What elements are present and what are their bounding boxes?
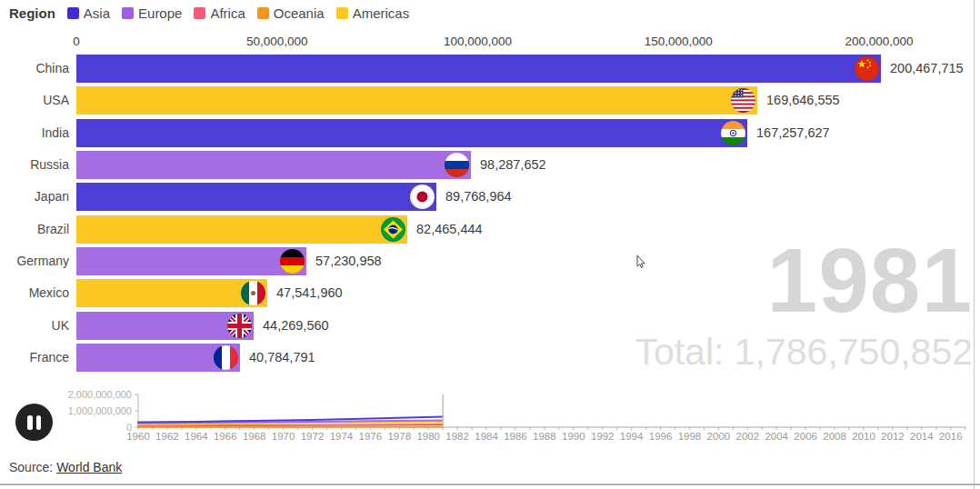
legend-items: AsiaEuropeAfricaOceaniaAmericas bbox=[67, 5, 409, 21]
legend-label: Asia bbox=[84, 5, 110, 21]
timeline-year-label: 1994 bbox=[620, 431, 644, 442]
x-axis-tick: 0 bbox=[73, 35, 80, 48]
country-label-mexico: Mexico bbox=[0, 279, 69, 307]
bar-russia bbox=[76, 151, 471, 179]
timeline-year-label: 1960 bbox=[126, 431, 150, 442]
timeline-chart[interactable]: 2,000,000,0001,000,000,00001960196219641… bbox=[0, 389, 980, 447]
timeline-year-label: 1972 bbox=[301, 431, 325, 442]
legend-label: Europe bbox=[138, 5, 182, 21]
timeline-year-label: 2010 bbox=[852, 431, 875, 442]
year-overlay: 1981 Total: 1,786,750,852 bbox=[635, 235, 973, 374]
value-label-russia: 98,287,652 bbox=[480, 151, 546, 179]
value-label-usa: 169,646,555 bbox=[766, 86, 840, 115]
timeline-year-label: 1962 bbox=[155, 431, 179, 442]
right-border bbox=[974, 0, 975, 489]
flag-icon-japan bbox=[410, 185, 435, 209]
timeline-year-label: 2004 bbox=[765, 431, 788, 442]
timeline-year-label: 1978 bbox=[387, 431, 411, 442]
country-label-usa: USA bbox=[0, 86, 69, 115]
timeline-year-label: 2012 bbox=[881, 431, 905, 442]
bar-china bbox=[76, 55, 881, 83]
country-label-japan: Japan bbox=[0, 183, 69, 211]
x-axis-tick: 150,000,000 bbox=[645, 35, 713, 48]
country-label-france: France bbox=[0, 344, 69, 372]
timeline-year-label: 1992 bbox=[591, 431, 615, 442]
current-year: 1981 bbox=[635, 235, 973, 325]
value-label-brazil: 82,465,444 bbox=[416, 215, 483, 244]
legend-label: Oceania bbox=[274, 5, 325, 21]
value-label-mexico: 47,541,960 bbox=[276, 279, 343, 307]
timeline-year-label: 1964 bbox=[185, 431, 208, 442]
timeline-year-label: 2014 bbox=[910, 431, 934, 442]
timeline-year-label: 2008 bbox=[823, 431, 846, 442]
total-value: 1,786,750,852 bbox=[735, 331, 973, 373]
value-label-india: 167,257,627 bbox=[756, 119, 830, 147]
value-label-uk: 44,269,560 bbox=[263, 312, 329, 340]
flag-icon-usa bbox=[731, 88, 755, 113]
country-label-germany: Germany bbox=[0, 247, 69, 275]
timeline-year-label: 1968 bbox=[243, 431, 266, 442]
bottom-border bbox=[0, 484, 980, 485]
country-label-russia: Russia bbox=[0, 151, 69, 179]
flag-icon-brazil bbox=[381, 217, 405, 242]
bar-chart-race-app: Region AsiaEuropeAfricaOceaniaAmericas 0… bbox=[0, 0, 980, 489]
country-label-india: India bbox=[0, 119, 69, 147]
x-axis-tick: 200,000,000 bbox=[845, 35, 913, 48]
value-label-germany: 57,230,958 bbox=[315, 247, 382, 275]
timeline-year-label: 1966 bbox=[214, 431, 237, 442]
country-label-uk: UK bbox=[0, 312, 69, 340]
bar-uk bbox=[76, 312, 254, 340]
bar-germany bbox=[76, 247, 306, 275]
bar-india bbox=[76, 119, 747, 147]
mouse-cursor bbox=[636, 255, 649, 270]
legend-label: Americas bbox=[353, 5, 410, 21]
legend-item-africa: Africa bbox=[194, 5, 245, 21]
timeline-year-label: 2016 bbox=[939, 431, 963, 442]
legend-item-europe: Europe bbox=[122, 5, 182, 21]
value-label-france: 40,784,791 bbox=[249, 344, 315, 372]
source-link[interactable]: World Bank bbox=[56, 460, 122, 474]
timeline-y-tick: 1,000,000,000 bbox=[68, 405, 132, 416]
total-readout: Total: 1,786,750,852 bbox=[635, 331, 973, 374]
legend-swatch-oceania bbox=[257, 7, 269, 19]
timeline-year-label: 1974 bbox=[330, 431, 354, 442]
flag-icon-france bbox=[214, 345, 238, 370]
legend-label: Africa bbox=[210, 5, 245, 21]
timeline-year-label: 1998 bbox=[678, 431, 702, 442]
flag-icon-china bbox=[855, 56, 879, 81]
source-label: Source: bbox=[9, 460, 53, 474]
timeline-year-label: 1982 bbox=[445, 431, 469, 442]
flag-icon-uk bbox=[227, 314, 252, 338]
flag-icon-germany bbox=[280, 249, 305, 274]
timeline-year-label: 1990 bbox=[562, 431, 585, 442]
bar-brazil bbox=[76, 215, 407, 244]
bar-mexico bbox=[76, 279, 267, 307]
legend-item-oceania: Oceania bbox=[257, 5, 325, 21]
timeline-year-label: 1996 bbox=[649, 431, 673, 442]
timeline-year-label: 2000 bbox=[707, 431, 731, 442]
timeline-y-tick: 2,000,000,000 bbox=[68, 389, 132, 400]
source-line: Source: World Bank bbox=[9, 460, 122, 474]
timeline-year-label: 1976 bbox=[359, 431, 383, 442]
legend-swatch-asia bbox=[67, 7, 79, 19]
timeline-year-label: 2002 bbox=[736, 431, 760, 442]
legend: Region AsiaEuropeAfricaOceaniaAmericas bbox=[9, 5, 409, 21]
x-axis-tick: 100,000,000 bbox=[444, 35, 512, 48]
flag-icon-india bbox=[721, 121, 745, 145]
flag-icon-russia bbox=[445, 153, 469, 177]
timeline-year-label: 1980 bbox=[416, 431, 440, 442]
value-label-japan: 89,768,964 bbox=[445, 183, 512, 211]
bar-usa bbox=[76, 86, 757, 115]
legend-title: Region bbox=[9, 5, 55, 21]
legend-swatch-europe bbox=[122, 7, 134, 19]
timeline-year-label: 1970 bbox=[272, 431, 295, 442]
timeline-year-label: 1984 bbox=[475, 431, 498, 442]
legend-swatch-americas bbox=[336, 7, 348, 19]
bar-japan bbox=[76, 183, 436, 211]
country-label-china: China bbox=[0, 55, 69, 83]
legend-item-asia: Asia bbox=[67, 5, 110, 21]
timeline-year-label: 1988 bbox=[533, 431, 556, 442]
country-label-brazil: Brazil bbox=[0, 215, 69, 244]
legend-swatch-africa bbox=[194, 7, 205, 19]
bar-france bbox=[76, 344, 240, 372]
